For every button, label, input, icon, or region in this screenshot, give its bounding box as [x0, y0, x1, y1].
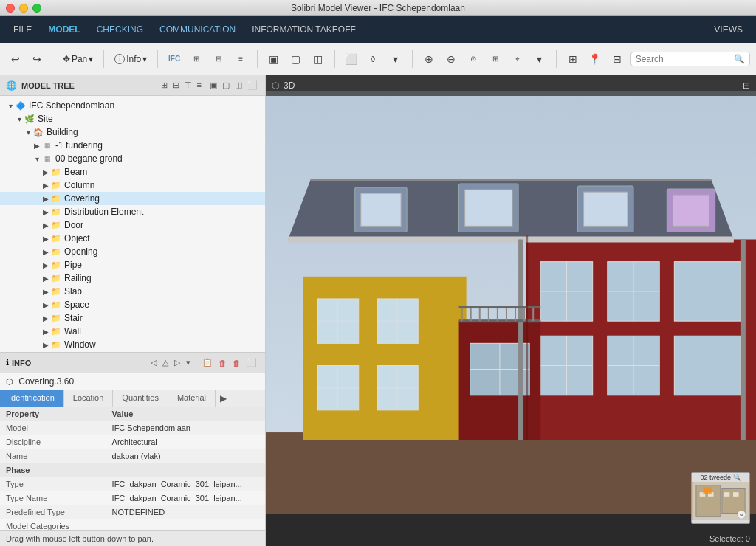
tree-item-window[interactable]: ▶ 📁 Window: [0, 338, 265, 351]
info-button[interactable]: i Info ▾: [110, 51, 151, 67]
folder-icon: 📁: [50, 221, 62, 230]
tree-refresh[interactable]: ◫: [233, 80, 244, 91]
ifc-tool-3[interactable]: ⊟: [208, 49, 229, 69]
menu-communication[interactable]: COMMUNICATION: [152, 21, 243, 38]
tree-item-door[interactable]: ▶ 📁 Door: [0, 218, 265, 232]
info-nav-dropdown[interactable]: ▾: [184, 357, 193, 368]
tab-material[interactable]: Material: [168, 390, 216, 407]
ifc-tool-1[interactable]: IFC: [164, 49, 185, 69]
viewport[interactable]: ⬡ 3D ⊟: [266, 75, 756, 546]
measure-tool[interactable]: ⌖: [507, 49, 528, 69]
tree-item-distribution[interactable]: ▶ 📁 Distribution Element: [0, 205, 265, 218]
viewport-maximize-btn[interactable]: ⊟: [743, 80, 750, 91]
undo-button[interactable]: ↩: [6, 49, 24, 69]
status-bar: Drag with mouse left button down to pan.: [0, 530, 265, 546]
tree-search[interactable]: ≡: [196, 80, 203, 91]
perspective-view[interactable]: ⧲: [363, 49, 384, 69]
tree-item-building[interactable]: ▾ 🏠 Building: [0, 125, 265, 139]
info-nav-right[interactable]: ▷: [172, 357, 182, 368]
redo-button[interactable]: ↪: [27, 49, 46, 69]
tree-item-site[interactable]: ▾ 🌿 Site: [0, 112, 265, 125]
tree-item-slab[interactable]: ▶ 📁 Slab: [0, 285, 265, 298]
box-view[interactable]: ⬜: [341, 49, 362, 69]
object-name: Covering.3.60: [18, 376, 74, 387]
arrow-icon: ▶: [41, 168, 50, 176]
separator-2: [103, 50, 104, 68]
isolate-button[interactable]: ◫: [308, 49, 329, 69]
arrow-icon: ▶: [41, 341, 50, 349]
close-button[interactable]: [6, 4, 15, 13]
show-button[interactable]: ▢: [286, 49, 306, 69]
tree-item-floor-neg1[interactable]: ▶ ▦ -1 fundering: [0, 139, 265, 152]
hide-button[interactable]: ▣: [264, 49, 284, 69]
minimize-button[interactable]: [19, 4, 28, 13]
arrow-icon: ▾: [15, 115, 24, 123]
measure-dropdown[interactable]: ▾: [529, 49, 550, 69]
pan-button[interactable]: ✥ Pan ▾: [58, 51, 97, 67]
tree-options[interactable]: ▣: [208, 80, 219, 91]
tree-collapse-all[interactable]: ⊟: [171, 80, 181, 91]
zoom-window[interactable]: ⊞: [485, 49, 506, 69]
view-tools: ⬜ ⧲ ▾: [341, 49, 406, 69]
menu-model[interactable]: MODEL: [41, 21, 87, 38]
folder-icon: 📁: [50, 234, 62, 243]
svg-text:N: N: [740, 513, 743, 517]
maximize-button[interactable]: [32, 4, 41, 13]
property-value: dakpan (vlak): [106, 449, 265, 463]
tree-item-column[interactable]: ▶ 📁 Column: [0, 179, 265, 192]
zoom-out[interactable]: ⊖: [441, 49, 461, 69]
search-input[interactable]: [636, 54, 734, 64]
tab-quantities[interactable]: Quantities: [113, 390, 168, 407]
tree-expand-all[interactable]: ⊞: [159, 80, 169, 91]
tree-item-railing[interactable]: ▶ 📁 Railing: [0, 272, 265, 285]
svg-rect-39: [361, 193, 401, 226]
tree-item-beam[interactable]: ▶ 📁 Beam: [0, 165, 265, 179]
info-maximize[interactable]: ⬜: [244, 357, 259, 368]
tree-filter[interactable]: ⊤: [183, 80, 193, 91]
tree-item-root[interactable]: ▾ 🔷 IFC Schependomlaan: [0, 99, 265, 112]
layers-view[interactable]: ⊟: [607, 49, 628, 69]
location-pin[interactable]: 📍: [585, 49, 605, 69]
ifc-tool-4[interactable]: ≡: [230, 49, 251, 69]
tree-item-floor-0[interactable]: ▾ ▦ 00 begane grond: [0, 152, 265, 165]
info-delete-1[interactable]: 🗑: [216, 358, 229, 368]
dropdown-view[interactable]: ▾: [385, 49, 406, 69]
svg-rect-47: [741, 239, 746, 440]
info-tabs: Identification Location Quantities Mater…: [0, 390, 265, 407]
tree-item-object[interactable]: ▶ 📁 Object: [0, 232, 265, 245]
svg-rect-67: [703, 488, 711, 494]
tab-identification[interactable]: Identification: [0, 390, 64, 407]
ifc-tool-2[interactable]: ⊞: [186, 49, 207, 69]
zoom-fit[interactable]: ⊙: [463, 49, 484, 69]
tree-item-opening[interactable]: ▶ 📁 Opening: [0, 245, 265, 258]
menu-checking[interactable]: CHECKING: [89, 21, 151, 38]
info-delete-2[interactable]: 🗑: [230, 358, 243, 368]
tabs-more[interactable]: ▶: [216, 390, 231, 407]
tab-location[interactable]: Location: [64, 390, 114, 407]
search-box: 🔍: [630, 52, 750, 66]
menu-file[interactable]: FILE: [6, 21, 39, 38]
info-nav-left[interactable]: ◁: [148, 357, 159, 368]
tree-item-covering[interactable]: ▶ 📁 Covering: [0, 192, 265, 205]
property-value: NOTDEFINED: [106, 505, 265, 519]
tree-item-space[interactable]: ▶ 📁 Space: [0, 298, 265, 311]
tree-item-stair[interactable]: ▶ 📁 Stair: [0, 311, 265, 325]
minimap-floor-label: 02 tweede: [700, 474, 731, 481]
status-message: Drag with mouse left button down to pan.: [6, 534, 154, 543]
tree-clear[interactable]: ▢: [221, 80, 231, 91]
arrow-icon: ▶: [41, 235, 50, 243]
tree-label-pipe: Pipe: [64, 260, 82, 270]
menu-information-takeoff[interactable]: INFORMATION TAKEOFF: [244, 21, 363, 38]
tree-label-beam: Beam: [64, 167, 87, 177]
building-icon: 🏠: [32, 128, 44, 137]
info-nav: ◁ △ ▷ ▾ 📋 🗑 🗑 ⬜: [148, 357, 259, 368]
tree-label-slab: Slab: [64, 286, 82, 297]
tree-label-site: Site: [38, 114, 53, 124]
info-copy[interactable]: 📋: [200, 357, 215, 368]
grid-view[interactable]: ⊞: [563, 49, 583, 69]
tree-item-wall[interactable]: ▶ 📁 Wall: [0, 325, 265, 338]
tree-maximize[interactable]: ⬜: [246, 80, 259, 91]
zoom-in[interactable]: ⊕: [419, 49, 439, 69]
info-nav-up[interactable]: △: [160, 357, 171, 368]
tree-item-pipe[interactable]: ▶ 📁 Pipe: [0, 258, 265, 272]
